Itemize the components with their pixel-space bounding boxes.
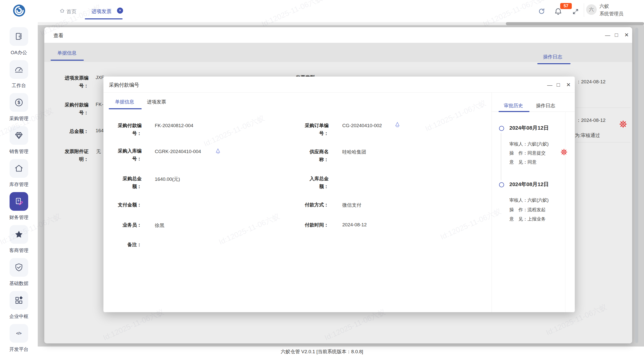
user-name: 六蚁 xyxy=(599,3,609,10)
sidebar-item-enterprise[interactable] xyxy=(10,291,28,310)
tab-history-underline xyxy=(499,111,529,112)
sidebar-item-inventory[interactable] xyxy=(10,159,28,178)
sidebar-item-finance[interactable]: ? xyxy=(10,192,28,211)
sidebar-item-customer[interactable] xyxy=(10,225,28,244)
timeline-date: 2024年08月12日 xyxy=(509,181,549,188)
field-label: 供应商名称： xyxy=(301,148,329,163)
sidebar-label-inventory: 库存管理 xyxy=(0,181,38,188)
sidebar-item-workbench[interactable] xyxy=(10,60,28,79)
timeline-opinion: 意 见：上报业务 xyxy=(509,216,546,222)
view-maximize-icon[interactable]: □ xyxy=(615,32,618,38)
field-value: 2024-08-12 xyxy=(342,222,367,228)
timeline-node xyxy=(499,126,504,131)
refresh-icon[interactable] xyxy=(538,8,545,16)
view-tab-document-info[interactable]: 单据信息 xyxy=(57,50,77,56)
house-icon xyxy=(14,164,24,173)
sidebar-label-workbench: 工作台 xyxy=(0,82,38,89)
payment-close-icon[interactable]: ✕ xyxy=(566,82,571,88)
view-tab-operation-log[interactable]: 操作日志 xyxy=(543,54,562,60)
log-divider xyxy=(576,108,630,108)
jump-top-icon[interactable]: TOP xyxy=(216,148,220,155)
jump-top-icon[interactable]: TOP xyxy=(395,122,400,129)
tab-operation-log[interactable]: 操作日志 xyxy=(536,102,555,109)
tab-approval-history[interactable]: 审批历史 xyxy=(504,102,523,109)
sidebar-label-sales: 销售管理 xyxy=(0,148,38,155)
tab-close-icon[interactable]: ✕ xyxy=(117,8,123,14)
sidebar-label-finance: 财务管理 xyxy=(0,214,38,221)
field-label: 采购付款编号： xyxy=(61,101,89,117)
svg-text:?: ? xyxy=(17,199,19,203)
notification-badge: 57 xyxy=(560,3,572,9)
active-tab-underline xyxy=(85,18,123,19)
fullscreen-icon[interactable] xyxy=(572,8,579,16)
sidebar-item-basedata[interactable] xyxy=(10,258,28,277)
topbar-divider xyxy=(584,3,584,17)
sidebar-label-enterprise: 企业中枢 xyxy=(0,313,38,320)
view-minimize-icon[interactable]: — xyxy=(605,32,610,38)
code-icon: </> xyxy=(14,329,24,338)
svg-text:</>: </> xyxy=(16,331,22,335)
field-label: 采购订单编号： xyxy=(301,122,329,137)
timeline-gear-icon[interactable] xyxy=(560,149,567,157)
field-label: 发票附件证明： xyxy=(61,148,89,163)
view-dialog-header xyxy=(44,27,632,43)
field-value: 徐黑 xyxy=(155,222,164,229)
avatar[interactable]: 六 xyxy=(586,4,597,15)
field-label: 总金额： xyxy=(61,127,89,135)
app-logo-icon[interactable] xyxy=(13,4,26,18)
tab-home[interactable]: 首页 xyxy=(66,8,77,15)
timeline-node xyxy=(499,182,504,187)
panel-divider xyxy=(491,92,492,312)
view-dialog-title: 查看 xyxy=(53,32,63,39)
field-label: 备注： xyxy=(114,241,142,248)
view-close-icon[interactable]: ✕ xyxy=(624,32,629,38)
tab-active[interactable]: 进项发票 xyxy=(91,8,111,15)
timeline-connector xyxy=(501,133,501,180)
sidebar-label-oa: OA办公 xyxy=(0,49,38,56)
log-divider xyxy=(576,142,630,142)
svg-text:TOP: TOP xyxy=(216,153,219,154)
field-label: 采购付款编号： xyxy=(114,122,142,137)
payment-header-divider xyxy=(103,92,575,93)
history-scroll-edge xyxy=(565,112,565,312)
log-gear-icon[interactable] xyxy=(619,120,627,129)
timeline-reviewer: 审核人：六蚁(六蚁) xyxy=(509,141,549,147)
sidebar-label-customer: 客商管理 xyxy=(0,247,38,254)
shield-check-icon xyxy=(14,263,24,272)
view-tab-doc-underline xyxy=(51,60,84,61)
payment-tab-doc-underline xyxy=(109,108,142,109)
field-value: 1640.00(元) xyxy=(155,176,180,183)
dollar-circle-icon: $ xyxy=(14,98,24,107)
field-value: FK-20240812-004 xyxy=(155,123,193,128)
payment-maximize-icon[interactable]: □ xyxy=(557,82,560,88)
payment-tab-invoice[interactable]: 进项发票 xyxy=(147,99,166,105)
sidebar-item-sales[interactable] xyxy=(10,126,28,145)
sidebar-item-dev[interactable]: </> xyxy=(10,324,28,343)
payment-dialog-title: 采购付款编号 xyxy=(109,82,139,88)
field-value: CGRK-20240410-004 xyxy=(155,149,201,154)
timeline-action: 操 作：流程发起 xyxy=(509,207,546,213)
field-label: 付款方式： xyxy=(301,201,329,209)
log-action-fragment: 为:审核通过 xyxy=(575,132,600,139)
horizontal-scrollbar-thumb[interactable] xyxy=(506,22,644,25)
field-label: 进项发票编号： xyxy=(61,74,89,90)
field-label: 采购总金额： xyxy=(114,175,142,190)
sidebar-label-dev: 开发平台 xyxy=(0,346,38,353)
sidebar-item-purchase[interactable]: $ xyxy=(10,93,28,112)
payment-minimize-icon[interactable]: — xyxy=(547,82,552,88)
footer-version: 六蚁仓管 V2.0.1 [当前系统版本：8.0.8] xyxy=(0,346,644,357)
field-value: 164 xyxy=(96,128,104,133)
field-value: FK- xyxy=(96,102,103,107)
payment-tab-document-info[interactable]: 单据信息 xyxy=(115,99,134,105)
timeline-opinion: 意 见：同意 xyxy=(509,159,537,165)
timeline-action: 操 作：同意提交 xyxy=(509,150,546,156)
sidebar-item-oa[interactable] xyxy=(10,27,28,46)
star-icon xyxy=(14,230,24,239)
vertical-scrollbar-thumb[interactable] xyxy=(635,28,638,343)
gauge-icon xyxy=(14,65,24,74)
field-label: 入库总金额： xyxy=(301,175,329,190)
sidebar-label-purchase: 采购管理 xyxy=(0,115,38,122)
home-icon[interactable] xyxy=(59,8,65,15)
log-date-fragment: ：2024-08-12 xyxy=(576,79,605,85)
door-panel-icon xyxy=(14,32,24,41)
